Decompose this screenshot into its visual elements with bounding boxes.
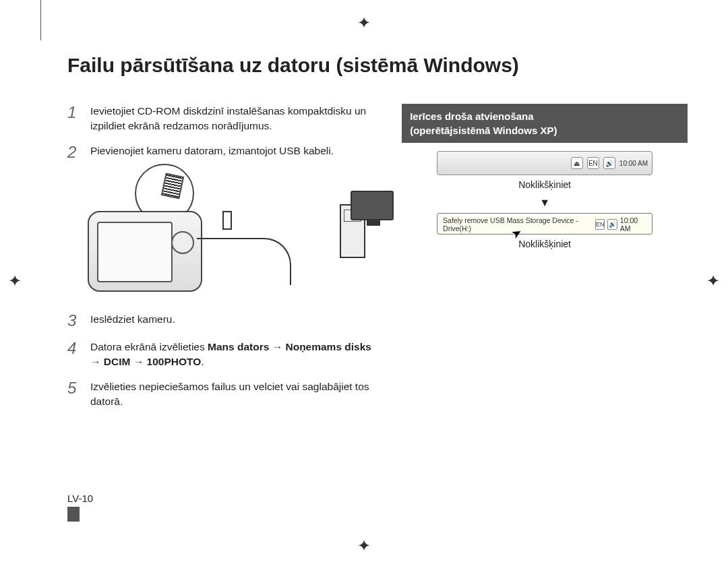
page-number-text: LV-10 [67,493,93,504]
taskbar-screenshot: ⏏ EN 🔊 10:00 AM [437,151,653,175]
path-part: DCIM [104,356,131,367]
step-number: 5 [67,379,82,410]
path-part: Noņemams disks [285,341,371,352]
step-3: 3 Ieslēdziet kameru. [67,312,382,330]
page-number-bar [67,507,80,522]
tray-sound-icon: 🔊 [603,157,615,169]
heading-line: (operētājsistēmā Windows XP) [410,125,557,136]
step-text: Ievietojiet CD-ROM diskdzinī instalēšana… [90,104,382,134]
tray-sound-icon: 🔊 [607,219,617,230]
info-box-heading: Ierīces droša atvienošana (operētājsistē… [402,104,688,143]
path-part: 100PHOTO [147,356,202,367]
camera-icon [88,211,202,292]
registration-mark-icon: ✦ [357,536,371,555]
click-caption: Noklikšķiniet [402,239,688,249]
registration-mark-icon: ✦ [8,272,22,290]
steps-column: 1 Ievietojiet CD-ROM diskdzinī instalēša… [67,104,382,419]
registration-mark-icon: ✦ [357,13,371,32]
click-caption: Noklikšķiniet [402,179,688,190]
step-number: 1 [67,104,82,134]
step-text: Ieslēdziet kameru. [90,312,175,330]
safely-remove-balloon: Safely remove USB Mass Storage Device - … [437,213,653,235]
step-5: 5 Izvēlieties nepieciešamos failus un ve… [67,379,382,410]
sidebar-column: Ierīces droša atvienošana (operētājsistē… [402,104,688,419]
page-title: Failu pārsūtīšana uz datoru (sistēmā Win… [67,54,688,77]
path-part: Mans dators [208,341,269,352]
step-number: 3 [67,312,82,330]
step-number: 2 [67,144,82,161]
tray-remove-icon: ⏏ [571,157,583,169]
down-arrow-icon: ▼ [402,197,688,209]
step-1: 1 Ievietojiet CD-ROM diskdzinī instalēša… [67,104,382,134]
text: Datora ekrānā izvēlieties [90,341,208,352]
crop-mark [40,0,41,40]
tray-lang-icon: EN [595,219,605,230]
page-number: LV-10 [67,493,93,522]
tray-lang-icon: EN [587,157,599,169]
camera-dpad-icon [171,231,194,254]
step-2: 2 Pievienojiet kameru datoram, izmantojo… [67,144,382,161]
heading-line: Ierīces droša atvienošana [410,111,533,122]
page-content: Failu pārsūtīšana uz datoru (sistēmā Win… [67,54,688,522]
usb-cable-icon [197,238,291,285]
registration-mark-icon: ✦ [706,272,720,290]
arrow-text: → [130,356,146,367]
arrow-text: → [269,341,285,352]
usb-plug-icon [222,211,232,230]
camera-connection-illustration [88,170,382,299]
camera-screen-icon [97,222,173,282]
tray-time: 10:00 AM [619,160,648,167]
step-text: Datora ekrānā izvēlieties Mans dators → … [90,340,382,370]
tray-time: 10:00 AM [620,216,646,232]
step-4: 4 Datora ekrānā izvēlieties Mans dators … [67,340,382,370]
sd-card-icon [161,173,184,199]
arrow-text: → [90,356,104,367]
text: . [201,356,204,367]
monitor-icon [351,191,394,220]
step-text: Pievienojiet kameru datoram, izmantojot … [90,144,334,161]
step-text: Izvēlieties nepieciešamos failus un velc… [90,379,382,410]
step-number: 4 [67,340,82,370]
